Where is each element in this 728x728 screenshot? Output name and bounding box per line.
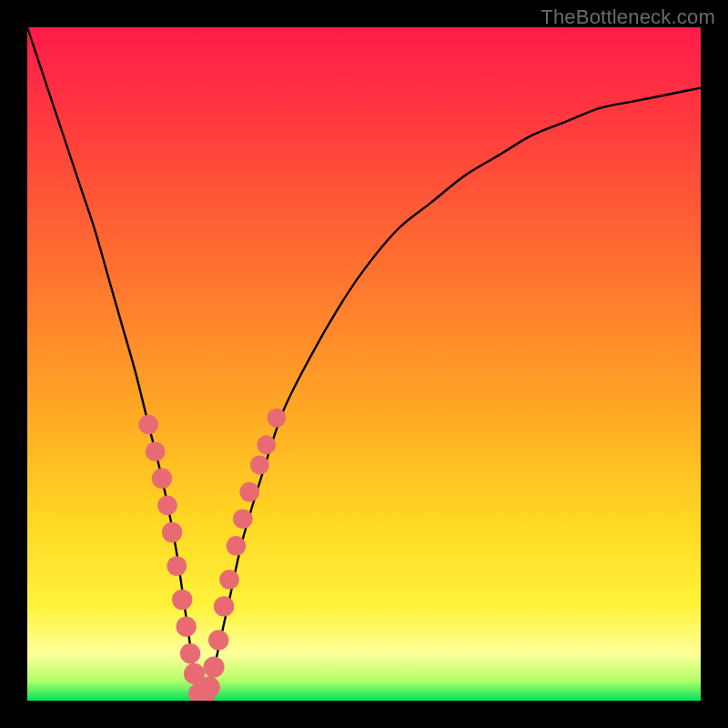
marker-dot (214, 596, 234, 616)
marker-dot (157, 496, 177, 516)
curve-layer (27, 27, 701, 701)
marker-dot (227, 536, 247, 556)
marker-dot (180, 643, 200, 663)
marker-dot (239, 482, 259, 502)
highlight-dots (138, 409, 286, 701)
marker-dot (203, 656, 224, 677)
marker-dot (162, 522, 182, 542)
marker-dot (208, 630, 228, 650)
marker-dot (146, 441, 166, 461)
marker-dot (219, 570, 239, 590)
marker-dot (198, 676, 220, 698)
marker-dot (152, 469, 172, 489)
marker-dot (257, 435, 276, 454)
marker-dot (233, 509, 253, 529)
chart-frame: TheBottleneck.com (0, 0, 728, 728)
plot-area (27, 27, 701, 701)
marker-dot (172, 590, 192, 610)
marker-dot (167, 556, 187, 576)
watermark-text: TheBottleneck.com (541, 5, 715, 29)
marker-dot (250, 456, 269, 475)
marker-dot (176, 616, 196, 636)
marker-dot (138, 415, 158, 435)
bottleneck-curve (27, 27, 701, 701)
marker-dot (267, 409, 286, 428)
